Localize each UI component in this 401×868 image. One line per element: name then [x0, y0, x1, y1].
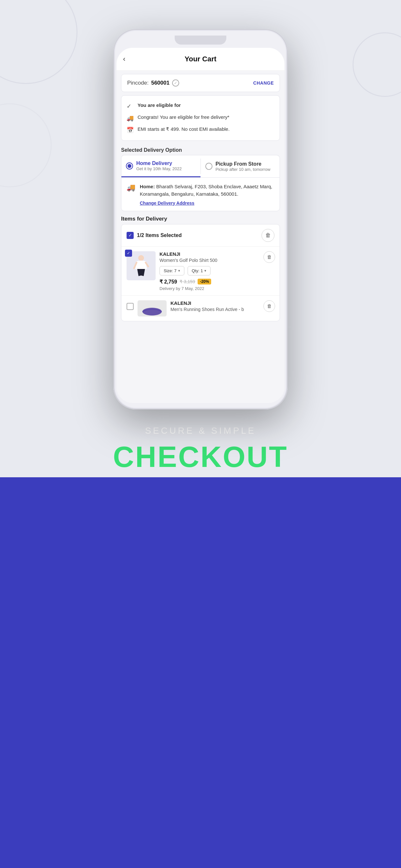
- calendar-icon: 📅: [127, 127, 134, 134]
- address-content: Home: Bharath Selvaraj, F203, Shoba Encl…: [140, 183, 274, 206]
- eligibility-row-delivery: 🚚 Congrats! You are eligible for free de…: [127, 112, 274, 124]
- eligibility-emi-text: EMI starts at ₹ 499. No cost EMI availab…: [137, 126, 229, 132]
- product-1-name: Women's Golf Polo Shirt 500: [159, 258, 274, 263]
- eligibility-delivery-text: Congrats! You are eligible for free deli…: [137, 114, 229, 120]
- back-button[interactable]: ‹: [123, 55, 125, 63]
- bottom-section: SECURE & SIMPLE CHECKOUT: [106, 419, 295, 478]
- items-header-left: ✓ 1/2 Items Selected: [127, 232, 182, 239]
- home-delivery-option[interactable]: Home Delivery Get it by 10th May, 2022: [121, 155, 201, 177]
- truck-icon: 🚚: [127, 115, 134, 122]
- product-2-name: Men's Running Shoes Run Active - b: [171, 307, 274, 312]
- product-1-checked-icon[interactable]: ✓: [125, 250, 132, 257]
- eligibility-row-emi: 📅 EMI starts at ₹ 499. No cost EMI avail…: [127, 124, 274, 136]
- product-item-1: ✓ KALENJI Women's Golf Polo Shirt 500 Si…: [121, 247, 280, 296]
- product-1-svg: [128, 253, 154, 279]
- pincode-value: 560001: [151, 80, 169, 86]
- phone-notch: [175, 35, 226, 44]
- page-title: Your Cart: [185, 55, 217, 63]
- product-1-delete-button[interactable]: 🗑: [264, 251, 275, 263]
- address-label: Home:: [140, 184, 155, 189]
- product-1-brand: KALENJI: [159, 251, 274, 257]
- size-label: Size: 7: [164, 268, 177, 273]
- pickup-title: Pickup From Store: [216, 161, 271, 167]
- qty-label: Qty: 1: [192, 268, 203, 273]
- select-all-checkbox[interactable]: ✓: [127, 232, 134, 239]
- eligibility-title: You are eligible for: [137, 102, 181, 108]
- product-1-image-wrap: ✓: [127, 251, 156, 280]
- address-card: 🚚 Home: Bharath Selvaraj, F203, Shoba En…: [121, 177, 280, 211]
- screen: ‹ Your Cart Pincode: 560001 ✓ CHANGE ✓ Y…: [117, 48, 284, 403]
- product-2-image: [137, 300, 166, 316]
- secure-text: SECURE & SIMPLE: [113, 426, 288, 436]
- check-circle-icon: ✓: [127, 103, 134, 110]
- phone-frame: ‹ Your Cart Pincode: 560001 ✓ CHANGE ✓ Y…: [113, 29, 288, 409]
- delivery-truck-icon: 🚚: [127, 183, 135, 192]
- pincode-bar: Pincode: 560001 ✓ CHANGE: [121, 74, 280, 92]
- product-2-brand: KALENJI: [171, 300, 274, 306]
- delete-all-button[interactable]: 🗑: [261, 229, 274, 242]
- eligibility-card: ✓ You are eligible for 🚚 Congrats! You a…: [121, 95, 280, 141]
- checkout-text: CHECKOUT: [113, 442, 288, 471]
- change-pincode-button[interactable]: CHANGE: [253, 81, 274, 86]
- svg-point-1: [138, 255, 144, 261]
- pincode-label: Pincode:: [127, 80, 149, 86]
- eligibility-row-title: ✓ You are eligible for: [127, 100, 274, 112]
- pincode-info: Pincode: 560001 ✓: [127, 80, 179, 87]
- product-item-2: KALENJI Men's Running Shoes Run Active -…: [121, 296, 280, 321]
- delivery-options: Home Delivery Get it by 10th May, 2022 P…: [121, 155, 280, 177]
- delivery-section-label: Selected Delivery Option: [117, 144, 284, 155]
- home-delivery-text: Home Delivery Get it by 10th May, 2022: [136, 160, 182, 171]
- product-2-svg: [137, 300, 166, 316]
- change-address-link[interactable]: Change Delivery Address: [140, 200, 274, 206]
- address-full: Bharath Selvaraj, F203, Shoba Enclave, A…: [140, 184, 272, 197]
- items-selected-count: 1/2 Items Selected: [137, 232, 182, 238]
- pincode-verified-icon: ✓: [172, 80, 179, 87]
- pickup-text: Pickup From Store Pickup after 10 am, to…: [216, 161, 271, 172]
- product-1-discount-badge: -20%: [197, 279, 211, 284]
- pickup-option[interactable]: Pickup From Store Pickup after 10 am, to…: [201, 155, 280, 177]
- items-header: ✓ 1/2 Items Selected 🗑: [121, 224, 280, 247]
- product-2-delete-button[interactable]: 🗑: [264, 300, 275, 312]
- qty-selector[interactable]: Qty: 1 ▾: [188, 266, 211, 275]
- product-1-price-current: ₹ 2,759: [159, 279, 177, 285]
- address-text: Home: Bharath Selvaraj, F203, Shoba Encl…: [140, 183, 274, 198]
- size-arrow-icon: ▾: [178, 269, 180, 273]
- items-section-label: Items for Delivery: [117, 211, 284, 224]
- pickup-subtitle: Pickup after 10 am, tomorrow: [216, 167, 271, 172]
- radio-selected-dot: [127, 164, 131, 168]
- product-2-details: KALENJI Men's Running Shoes Run Active -…: [171, 300, 274, 316]
- qty-arrow-icon: ▾: [204, 269, 206, 273]
- product-1-selectors: Size: 7 ▾ Qty: 1 ▾: [159, 266, 274, 275]
- size-selector[interactable]: Size: 7 ▾: [159, 266, 184, 275]
- header: ‹ Your Cart: [117, 48, 284, 71]
- home-delivery-title: Home Delivery: [136, 160, 182, 166]
- pickup-radio[interactable]: [205, 163, 212, 170]
- product-1-price-row: ₹ 2,759 ₹ 3,159 -20%: [159, 279, 274, 285]
- product-1-delivery-date: Delivery by 7 May, 2022: [159, 286, 274, 291]
- items-card: ✓ 1/2 Items Selected 🗑: [121, 224, 280, 321]
- home-delivery-subtitle: Get it by 10th May, 2022: [136, 166, 182, 171]
- product-1-price-original: ₹ 3,159: [180, 279, 195, 284]
- product-2-checkbox[interactable]: [127, 303, 134, 310]
- home-delivery-radio[interactable]: [126, 162, 133, 169]
- product-1-details: KALENJI Women's Golf Polo Shirt 500 Size…: [159, 251, 274, 291]
